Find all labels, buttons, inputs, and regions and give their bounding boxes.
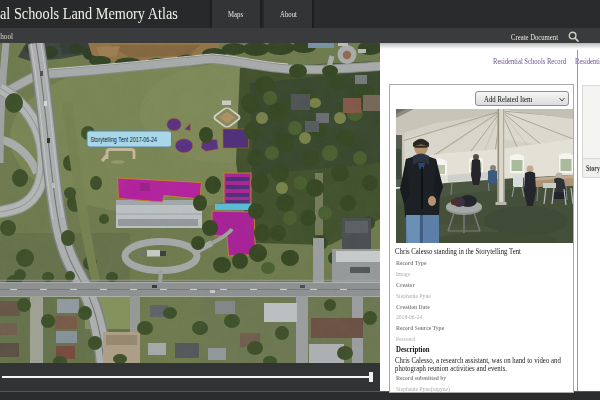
svg-text:Storytelling Tent 2017-06-24: Storytelling Tent 2017-06-24 <box>91 136 158 144</box>
